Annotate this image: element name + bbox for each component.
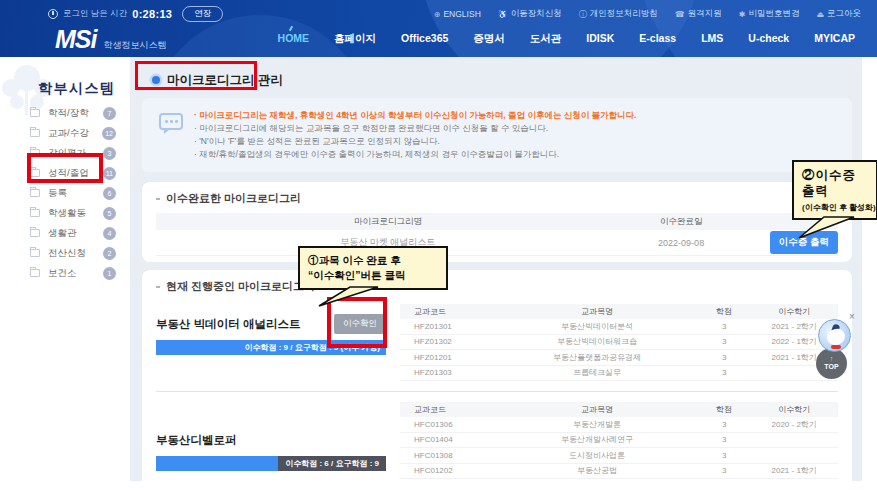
- column-header-course: 교과목명: [496, 404, 697, 415]
- degree-block: 부동산 빅데이터 애널리스트 이수확인 이수학점 : 9 / 요구학점 : 9 …: [156, 304, 838, 381]
- section-title-in-progress: 현재 진행중인 마이크로디그리: [166, 279, 315, 294]
- nav-home[interactable]: HOME: [278, 32, 310, 46]
- link-privacy-policy[interactable]: ⓘ 개인정보처리방침: [579, 8, 658, 20]
- completed-table: 마이크로디그리명 이수완료일 부동산 마켓 애널리스트 2022-09-08 이…: [156, 213, 838, 256]
- menu-count-badge: 1: [103, 267, 116, 280]
- link-logout[interactable]: ⏏ 로그아웃: [816, 8, 861, 20]
- section-title-row: 현재 진행중인 마이크로디그리: [156, 279, 838, 294]
- sidebar-item-dormitory[interactable]: 생활관 4: [0, 223, 130, 243]
- progress-fill: [156, 456, 278, 471]
- nav-ucheck[interactable]: U-check: [748, 32, 789, 46]
- degree-summary: 부동산 빅데이터 애널리스트 이수확인 이수학점 : 9 / 요구학점 : 9 …: [156, 304, 386, 381]
- sidebar-item-student-activities[interactable]: 학생활동 5: [0, 203, 130, 223]
- menu-count-badge: 5: [103, 207, 116, 220]
- globe-icon: ⊕: [434, 10, 441, 19]
- confirm-completion-button[interactable]: 이수확인: [334, 314, 386, 334]
- link-label: 비밀번호변경: [748, 8, 799, 20]
- header-bottom-row: MSi 학생정보시스템 HOME 홈페이지 Office365 증명서 도서관 …: [0, 21, 877, 57]
- menu-count-badge: 4: [103, 227, 116, 240]
- session-label: 로그인 남은 시간: [63, 8, 127, 20]
- mascot-helper-widget[interactable]: [818, 319, 851, 352]
- sidebar-item-it-request[interactable]: 전산신청 2: [0, 243, 130, 263]
- link-mobility-request[interactable]: ♿ 이동장치신청: [498, 8, 562, 20]
- session-timer: 로그인 남은 시간 0:28:13 연장: [48, 6, 223, 22]
- session-time: 0:28:13: [132, 8, 172, 20]
- folder-icon: [30, 129, 40, 137]
- person-icon: ♿: [498, 10, 508, 19]
- course-row: HFC01202 부동산공법 3 2021 - 1학기: [400, 464, 838, 480]
- menu-count-badge: 12: [102, 127, 116, 140]
- progress-bar: 이수학점 : 6 / 요구학점 : 9: [156, 456, 386, 471]
- sidebar-item-registration[interactable]: 등록 6: [0, 183, 130, 203]
- nav-office365[interactable]: Office365: [401, 32, 448, 46]
- clock-icon: [48, 9, 58, 19]
- bullet-icon: [156, 198, 160, 200]
- logo-text: MSi: [55, 27, 96, 52]
- nav-myicap[interactable]: MYICAP: [814, 32, 855, 46]
- nav-certificates[interactable]: 증명서: [473, 32, 505, 46]
- nav-lms[interactable]: LMS: [701, 32, 723, 46]
- remote-icon: ☎: [675, 10, 685, 19]
- column-header-semester: 이수학기: [750, 306, 838, 317]
- callout-tail: [318, 286, 380, 307]
- nav-eclass[interactable]: E-class: [639, 32, 676, 46]
- app-logo[interactable]: MSi 학생정보시스템: [55, 27, 166, 52]
- sidebar-item-courses[interactable]: 교과/수강 12: [0, 123, 130, 143]
- sidebar-item-lecture-evaluation[interactable]: 강의평가 3: [0, 143, 130, 163]
- link-remote-support[interactable]: ☎ 원격지원: [675, 8, 722, 20]
- folder-icon: [30, 209, 40, 217]
- notice-line: · 'N'이나 'F'를 받은 성적은 완료된 교과목으로 인정되지 않습니다.: [194, 135, 838, 148]
- degree-name: 부동산디벨로퍼: [156, 433, 237, 448]
- notice-line: · 재학/휴학/졸업생의 경우에만 이수증 출력이 가능하며, 제적생의 경우 …: [194, 148, 838, 161]
- completed-microdegree-card: 이수완료한 마이크로디그리 마이크로디그리명 이수완료일 부동산 마켓 애널리스…: [142, 182, 852, 262]
- sidebar-title: 학부시스템: [38, 80, 116, 98]
- column-header-semester: 이수학기: [750, 404, 838, 415]
- degree-name: 부동산 빅데이터 애널리스트: [156, 317, 300, 332]
- course-row: HFZ01301 부동산빅데이터분석 3 2021 - 2학기: [400, 319, 838, 335]
- link-label: 원격지원: [688, 8, 722, 20]
- link-label: 이동장치신청: [511, 8, 562, 20]
- divider: [156, 391, 838, 392]
- notice-box: · 마이크로디그리는 재학생, 휴학생인 4학년 이상의 학생부터 이수신청이 …: [142, 98, 852, 172]
- up-arrow-icon: ↑: [830, 355, 834, 362]
- section-title-row: 이수완료한 마이크로디그리: [156, 191, 838, 206]
- mascot-horse-icon: [826, 328, 846, 346]
- speech-bubble-icon: [159, 113, 183, 130]
- nav-idisk[interactable]: IDISK: [586, 32, 614, 46]
- sidebar-item-grades-graduation[interactable]: 성적/졸업 11: [0, 163, 130, 183]
- folder-icon: [30, 269, 40, 277]
- nav-library[interactable]: 도서관: [530, 32, 562, 46]
- close-icon[interactable]: ×: [849, 312, 855, 322]
- sidebar-item-health-center[interactable]: 보건소 1: [0, 263, 130, 283]
- main-nav: HOME 홈페이지 Office365 증명서 도서관 IDISK E-clas…: [278, 32, 855, 46]
- course-row: HFZ01303 프롭테크실무 3: [400, 366, 838, 382]
- completion-date: 2022-09-08: [620, 238, 743, 248]
- degree-block: 부동산디벨로퍼 이수학점 : 6 / 요구학점 : 9 교과코드 교과목명 학점…: [156, 402, 838, 479]
- scroll-to-top-button[interactable]: ↑ TOP: [816, 348, 847, 379]
- extend-session-button[interactable]: 연장: [182, 6, 223, 22]
- course-row: HFC01306 부동산개발론 3 2020 - 2학기: [400, 417, 838, 433]
- logo-subtitle: 학생정보시스템: [103, 39, 166, 52]
- title-bullet-icon: [152, 76, 160, 84]
- course-row: HFZ01302 부동산빅데이터워크숍 3 2022 - 1학기: [400, 335, 838, 351]
- nav-homepage[interactable]: 홈페이지: [334, 32, 376, 46]
- app-header: 로그인 남은 시간 0:28:13 연장 ⊕ ENGLISH ♿ 이동장치신청 …: [0, 0, 877, 57]
- course-row: HFC01308 도시정비사업론 3: [400, 448, 838, 464]
- link-change-password[interactable]: ✱ 비밀번호변경: [739, 8, 800, 20]
- column-header-date: 이수완료일: [620, 216, 743, 228]
- table-header: 마이크로디그리명 이수완료일: [156, 213, 838, 230]
- section-title-completed: 이수완료한 마이크로디그리: [166, 191, 301, 206]
- progress-label: 이수학점 : 6 / 요구학점 : 9: [278, 456, 386, 471]
- mascot-horse-icon: [831, 345, 841, 349]
- menu-count-badge: 6: [103, 187, 116, 200]
- in-progress-microdegree-card: 현재 진행중인 마이크로디그리 부동산 빅데이터 애널리스트 이수확인 이수학점…: [142, 270, 852, 490]
- link-label: 개인정보처리방침: [590, 8, 658, 20]
- sidebar-item-records-scholarship[interactable]: 학적/장학 7: [0, 103, 130, 123]
- link-english[interactable]: ⊕ ENGLISH: [434, 9, 481, 19]
- folder-icon: [30, 189, 40, 197]
- bullet-icon: [156, 286, 160, 288]
- degree-summary: 부동산디벨로퍼 이수학점 : 6 / 요구학점 : 9: [156, 402, 386, 479]
- progress-fill: 이수학점 : 9 / 요구학점 : 9 (이수 가능): [156, 340, 386, 355]
- annotation-callout-step2: ②이수증출력 (이수확인 후 활성화): [792, 160, 877, 220]
- course-table: 교과코드 교과목명 학점 이수학기 HFZ01301 부동산빅데이터분석 3 2…: [400, 304, 838, 381]
